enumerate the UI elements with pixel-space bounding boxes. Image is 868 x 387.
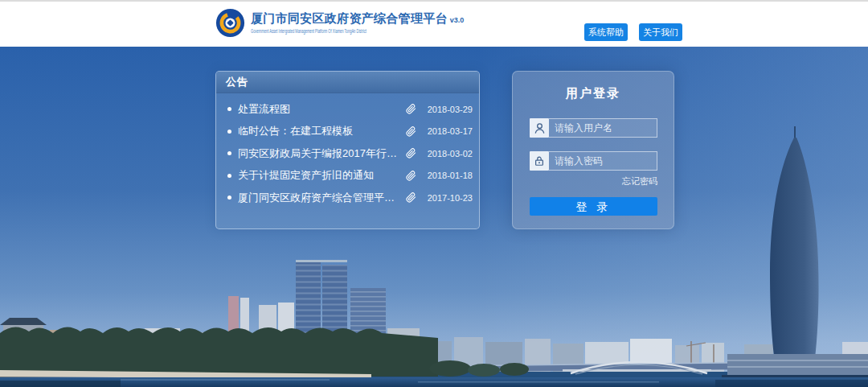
- password-field[interactable]: [549, 151, 657, 171]
- announcement-item[interactable]: 厦门同安区政府资产综合管理平台简易版用户操... 2017-10-23: [227, 187, 473, 209]
- attachment-icon: [406, 171, 416, 181]
- forgot-password-link[interactable]: 忘记密码: [513, 175, 657, 187]
- bullet-icon: [227, 174, 231, 178]
- system-help-button[interactable]: 系统帮助: [584, 23, 628, 41]
- app-header: 厦门市同安区政府资产综合管理平台 v3.0 Government Asset I…: [0, 2, 868, 47]
- bullet-icon: [227, 107, 231, 111]
- user-icon: [530, 118, 549, 138]
- attachment-icon: [406, 192, 416, 203]
- announcement-date: 2018-03-02: [424, 149, 473, 159]
- announcement-title: 厦门同安区政府资产综合管理平台简易版用户操...: [238, 191, 406, 205]
- brand: 厦门市同安区政府资产综合管理平台 v3.0 Government Asset I…: [215, 8, 464, 38]
- login-panel: 用户登录 忘记密码 登 录: [512, 71, 674, 229]
- announcements-title: 公告: [216, 72, 479, 93]
- login-title: 用户登录: [513, 86, 674, 101]
- version-label: v3.0: [450, 16, 465, 24]
- main-content: 公告 处置流程图 2018-03-29 临时公告：在建工程模板 2018-03-…: [0, 47, 868, 387]
- announcement-title: 处置流程图: [238, 102, 406, 117]
- announcement-date: 2018-03-29: [424, 105, 473, 114]
- username-field[interactable]: [549, 118, 657, 138]
- about-us-button[interactable]: 关于我们: [639, 23, 682, 41]
- announcement-item[interactable]: 同安区财政局关于编报2017年行政事业单位国... 2018-03-02: [227, 142, 473, 165]
- lock-icon: [530, 151, 549, 171]
- announcement-item[interactable]: 关于计提固定资产折旧的通知 2018-01-18: [227, 165, 473, 187]
- password-row: [530, 151, 657, 171]
- announcements-panel: 公告 处置流程图 2018-03-29 临时公告：在建工程模板 2018-03-…: [215, 71, 480, 229]
- announcement-title: 临时公告：在建工程模板: [238, 124, 406, 138]
- announcement-title: 同安区财政局关于编报2017年行政事业单位国...: [238, 146, 406, 161]
- announcement-item[interactable]: 处置流程图 2018-03-29: [227, 98, 473, 121]
- page-title: 厦门市同安区政府资产综合管理平台: [251, 11, 448, 27]
- username-row: [530, 118, 657, 138]
- bullet-icon: [227, 130, 231, 134]
- attachment-icon: [406, 104, 416, 114]
- platform-logo-icon: [215, 8, 245, 38]
- announcement-date: 2018-01-18: [424, 171, 473, 180]
- header-buttons: 系统帮助 关于我们: [584, 23, 682, 41]
- bullet-icon: [227, 151, 231, 155]
- announcement-item[interactable]: 临时公告：在建工程模板 2018-03-17: [227, 121, 473, 143]
- login-button[interactable]: 登 录: [530, 197, 657, 216]
- brand-text: 厦门市同安区政府资产综合管理平台 v3.0 Government Asset I…: [251, 8, 464, 34]
- announcement-title: 关于计提固定资产折旧的通知: [238, 168, 406, 183]
- attachment-icon: [406, 148, 416, 159]
- announcement-date: 2018-03-17: [424, 126, 473, 136]
- announcement-date: 2017-10-23: [424, 193, 473, 203]
- tree-line: [0, 327, 438, 377]
- login-page: 厦门市同安区政府资产综合管理平台 v3.0 Government Asset I…: [0, 0, 868, 387]
- bullet-icon: [227, 196, 231, 200]
- attachment-icon: [406, 126, 416, 137]
- announcements-list: 处置流程图 2018-03-29 临时公告：在建工程模板 2018-03-17 …: [216, 93, 479, 209]
- page-subtitle: Government Asset Intergrated Management …: [251, 28, 375, 34]
